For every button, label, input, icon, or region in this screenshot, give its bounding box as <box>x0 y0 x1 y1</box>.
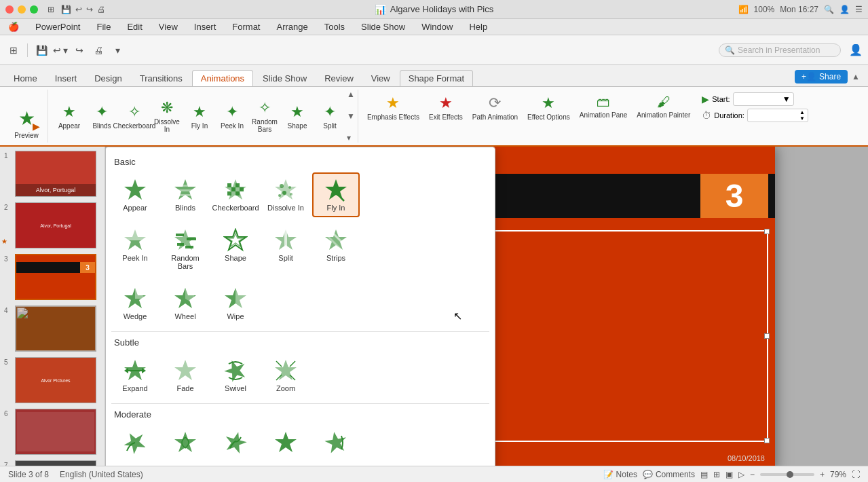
anim-wheel-item[interactable]: Wheel <box>162 281 209 326</box>
tab-insert[interactable]: Insert <box>47 71 86 86</box>
search-bar[interactable]: 🔍 Search in Presentation <box>719 43 841 57</box>
slide-thumb-2[interactable]: 2 Alvor, Portugal <box>3 201 102 250</box>
anim-strips-item[interactable]: Strips <box>312 223 360 276</box>
notes-button[interactable]: 📝 Notes <box>603 470 637 479</box>
view-reading-icon[interactable]: ▣ <box>725 470 733 479</box>
menu-window[interactable]: Window <box>419 20 455 33</box>
anim-flyin[interactable]: ★ Fly In <box>184 101 215 132</box>
comments-button[interactable]: 💬 Comments <box>643 470 695 479</box>
menu-powerpoint[interactable]: PowerPoint <box>33 20 83 33</box>
menu-icon[interactable]: ☰ <box>855 5 863 14</box>
path-animation-button[interactable]: ⟳ Path Animation <box>469 92 521 123</box>
tab-animations[interactable]: Animations <box>192 70 253 86</box>
preview-button[interactable]: ★ ▶ Preview <box>11 104 42 141</box>
fit-to-window-icon[interactable]: ⛶ <box>852 470 860 479</box>
toolbar-save[interactable]: 💾 <box>33 42 50 58</box>
anim-moderate-3-item[interactable] <box>212 425 259 462</box>
anim-dissolvein-item[interactable]: Dissolve In <box>262 172 309 217</box>
toolbar-more[interactable]: ▾ <box>109 42 126 58</box>
anim-moderate-5-item[interactable] <box>312 425 360 462</box>
tab-review[interactable]: Review <box>316 71 362 86</box>
anim-blinds-item[interactable]: Blinds <box>162 172 209 217</box>
anim-peekin[interactable]: ✦ Peek In <box>216 101 248 132</box>
slide-thumb-3[interactable]: 3 3 ★ <box>3 253 102 301</box>
sidebar-toggle-icon[interactable]: ⊞ <box>48 5 54 14</box>
anim-checkerboard[interactable]: ✧ Checkerboard <box>119 101 150 132</box>
view-slideshow-icon[interactable]: ▷ <box>738 470 744 479</box>
user-icon[interactable]: 👤 <box>839 5 850 14</box>
duration-up-icon[interactable]: ▲ <box>799 109 805 115</box>
close-button[interactable] <box>5 5 14 14</box>
toolbar-undo[interactable]: ↩ ▾ <box>52 42 69 58</box>
tab-shape-format[interactable]: Shape Format <box>400 70 473 86</box>
menu-help[interactable]: Help <box>466 20 490 33</box>
menu-apple[interactable]: 🍎 <box>5 20 22 33</box>
anim-moderate-4-item[interactable] <box>262 425 309 462</box>
handle-tr[interactable] <box>764 229 770 234</box>
anim-expand-item[interactable]: Expand <box>111 353 159 398</box>
menu-file[interactable]: File <box>94 20 113 33</box>
anim-randombars[interactable]: ✧ Random Bars <box>249 97 280 135</box>
start-dropdown[interactable]: ▼ <box>733 92 794 106</box>
search-icon[interactable]: 🔍 <box>824 5 834 14</box>
tab-transitions[interactable]: Transitions <box>132 71 191 86</box>
tab-view[interactable]: View <box>363 71 398 86</box>
account-icon[interactable]: 👤 <box>849 43 863 56</box>
handle-mr[interactable] <box>764 333 770 339</box>
zoom-in-icon[interactable]: + <box>820 470 825 479</box>
anim-scroll-down[interactable]: ▼ <box>347 111 355 121</box>
anim-split[interactable]: ✦ Split <box>314 101 345 132</box>
anim-wipe-item[interactable]: Wipe <box>212 281 259 326</box>
save-icon[interactable]: 💾 <box>61 5 71 14</box>
menu-insert[interactable]: Insert <box>191 20 219 33</box>
anim-peekin-item[interactable]: Peek In <box>111 223 159 276</box>
tab-slideshow[interactable]: Slide Show <box>254 71 315 86</box>
animation-pane-button[interactable]: 🗃 Animation Pane <box>576 92 631 121</box>
handle-br[interactable] <box>764 438 770 443</box>
share-button[interactable]: +👤 Share <box>795 70 848 84</box>
duration-down-icon[interactable]: ▼ <box>799 115 805 122</box>
anim-fade-item[interactable]: Fade <box>162 353 209 398</box>
menu-arrange[interactable]: Arrange <box>273 20 310 33</box>
slide-thumb-4[interactable]: 4 <box>3 304 102 353</box>
redo-icon[interactable]: ↪ <box>86 5 93 14</box>
zoom-slider[interactable] <box>760 473 814 476</box>
anim-more[interactable]: ▾ <box>347 133 355 143</box>
zoom-thumb[interactable] <box>787 471 793 478</box>
menu-slideshow[interactable]: Slide Show <box>358 20 408 33</box>
slide-thumb-6[interactable]: 6 <box>3 407 102 456</box>
toolbar-sidebar[interactable]: ⊞ <box>5 42 22 58</box>
anim-flyin-item[interactable]: Fly In <box>312 172 360 217</box>
anim-swivel-item[interactable]: Swivel <box>212 353 259 398</box>
anim-shape[interactable]: ★ Shape <box>282 101 313 132</box>
effect-options-button[interactable]: ★ Effect Options <box>524 92 573 123</box>
toolbar-print[interactable]: 🖨 <box>90 42 107 58</box>
undo-icon[interactable]: ↩ <box>75 5 82 14</box>
menu-edit[interactable]: Edit <box>124 20 145 33</box>
view-normal-icon[interactable]: ▤ <box>700 470 708 479</box>
slide-thumb-5[interactable]: 5 Alvor Pictures <box>3 356 102 405</box>
anim-moderate-2-item[interactable] <box>162 425 209 462</box>
anim-appear[interactable]: ★ Appear <box>54 101 85 132</box>
anim-wedge-item[interactable]: Wedge <box>111 281 159 326</box>
menu-format[interactable]: Format <box>229 20 263 33</box>
print-icon[interactable]: 🖨 <box>97 5 105 14</box>
tab-home[interactable]: Home <box>5 71 45 86</box>
anim-appear-item[interactable]: Appear <box>111 172 159 217</box>
anim-dissolvein[interactable]: ❋ Dissolve In <box>151 97 183 135</box>
anim-shape-item[interactable]: Shape <box>212 223 259 276</box>
zoom-out-icon[interactable]: − <box>750 470 755 479</box>
minimize-button[interactable] <box>18 5 26 14</box>
tab-design[interactable]: Design <box>86 71 130 86</box>
menu-tools[interactable]: Tools <box>322 20 347 33</box>
anim-zoom-item[interactable]: Zoom <box>262 353 309 398</box>
exit-effects-button[interactable]: ★ Exit Effects <box>426 92 466 123</box>
emphasis-effects-button[interactable]: ★ Emphasis Effects <box>364 92 423 123</box>
animation-painter-button[interactable]: 🖌 Animation Painter <box>633 92 694 121</box>
view-grid-icon[interactable]: ⊞ <box>713 470 720 479</box>
anim-checkerboard-item[interactable]: Checkerboard <box>212 172 259 217</box>
slide-thumb-7[interactable]: 7 Algarve <box>3 459 102 466</box>
duration-input[interactable]: ▲ ▼ <box>747 109 808 122</box>
zoom-level[interactable]: 79% <box>830 470 846 479</box>
slide-thumb-1[interactable]: 1 Alvor, Portugal <box>3 149 102 198</box>
